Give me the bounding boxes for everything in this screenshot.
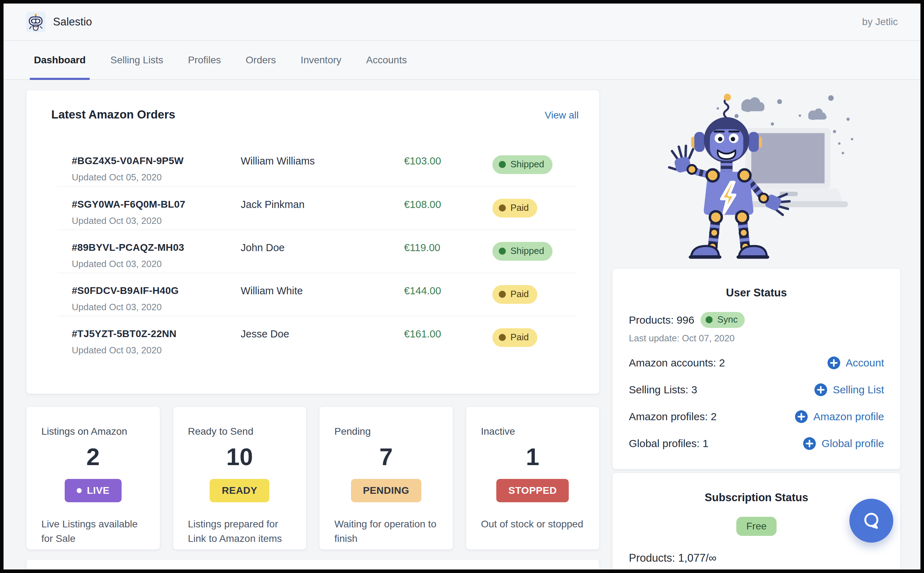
orders-table: #BGZ4X5-V0AFN-9P5W Updated Oct 05, 2020 … [58, 143, 576, 359]
stat-badge-label: READY [222, 485, 258, 496]
order-status-badge: Shipped [492, 242, 553, 261]
plus-circle-icon [794, 410, 808, 423]
order-id: #SGY0WA-F6Q0M-BL07 [72, 199, 241, 210]
orders-card-header: Latest Amazon Orders View all [43, 108, 583, 121]
order-id: #89BYVL-PCAQZ-MH03 [72, 242, 241, 253]
order-status-label: Paid [510, 202, 529, 213]
robot-logo-icon [26, 12, 45, 32]
order-status-label: Shipped [510, 246, 544, 257]
status-dot-icon [77, 488, 82, 493]
order-status-badge: Paid [492, 199, 537, 218]
stat-badge-ready: READY [210, 479, 269, 502]
order-amount: €161.00 [404, 328, 492, 340]
stat-label: Pending [334, 426, 438, 437]
latest-orders-card: Latest Amazon Orders View all #BGZ4X5-V0… [26, 90, 599, 394]
status-dot-icon [499, 247, 506, 255]
last-update: Last update: Oct 07, 2020 [629, 333, 884, 344]
amazon-accounts-count: Amazon accounts: 2 [629, 357, 725, 369]
user-status-card: User Status Products: 996 Sync Last upda… [612, 268, 901, 470]
order-amount: €144.00 [404, 285, 492, 297]
sync-badge-label: Sync [717, 314, 738, 325]
left-column: Latest Amazon Orders View all #BGZ4X5-V0… [26, 90, 599, 570]
status-dot-icon [499, 204, 506, 211]
tab-selling-lists[interactable]: Selling Lists [110, 41, 163, 79]
robot-illustration [612, 90, 901, 268]
order-id: #S0FDCV-B9AIF-H40G [72, 285, 241, 296]
main-content: Latest Amazon Orders View all #BGZ4X5-V0… [3, 80, 921, 570]
stat-card-ready: Ready to Send 10 READY Listings prepared… [173, 406, 307, 550]
order-amount: €103.00 [404, 155, 492, 167]
order-status-label: Paid [510, 289, 529, 300]
order-status: Paid [492, 199, 576, 218]
order-status: Shipped [492, 242, 576, 261]
stat-badge-pending: PENDING [351, 479, 421, 502]
order-row: #TJ5YZT-5BT0Z-22NN Updated Oct 03, 2020 … [58, 316, 576, 359]
status-dot-icon [499, 161, 506, 168]
order-id-block: #TJ5YZT-5BT0Z-22NN Updated Oct 03, 2020 [72, 328, 241, 356]
order-status: Paid [492, 328, 576, 347]
add-amazon-profile-label: Amazon profile [813, 411, 884, 423]
order-id-block: #89BYVL-PCAQZ-MH03 Updated Oct 03, 2020 [72, 242, 241, 269]
order-customer: Jesse Doe [241, 328, 404, 340]
tab-inventory[interactable]: Inventory [301, 41, 342, 79]
tab-profiles[interactable]: Profiles [188, 41, 221, 79]
stat-value: 10 [188, 443, 292, 470]
order-updated-date: Updated Oct 03, 2020 [72, 345, 241, 356]
add-amazon-profile-link[interactable]: Amazon profile [794, 410, 884, 423]
tab-dashboard[interactable]: Dashboard [34, 41, 86, 79]
add-global-profile-link[interactable]: Global profile [803, 437, 884, 450]
stat-description: Listings prepared for Link to Amazon ite… [188, 517, 292, 546]
order-updated-date: Updated Oct 03, 2020 [72, 302, 241, 313]
status-dot-icon [499, 334, 506, 341]
order-id-block: #S0FDCV-B9AIF-H40G Updated Oct 03, 2020 [72, 285, 241, 313]
add-selling-list-label: Selling List [833, 384, 884, 396]
status-dot-icon [499, 291, 506, 298]
subscription-sales: Sales: 0/∞ [629, 567, 884, 570]
stat-card-listings: Listings on Amazon 2 LIVE Live Listings … [26, 406, 160, 550]
chat-button[interactable] [849, 499, 893, 543]
order-updated-date: Updated Oct 05, 2020 [72, 172, 241, 183]
order-amount: €119.00 [404, 242, 492, 254]
stat-description: Out of stock or stopped [481, 517, 585, 532]
selling-lists-count: Selling Lists: 3 [629, 384, 697, 396]
add-selling-list-link[interactable]: Selling List [814, 383, 884, 396]
stat-badge-label: PENDING [363, 485, 409, 496]
products-count: Products: 996 [629, 314, 694, 326]
plus-circle-icon [803, 437, 816, 450]
order-status-label: Shipped [510, 159, 544, 170]
order-updated-date: Updated Oct 03, 2020 [72, 258, 241, 269]
tab-orders[interactable]: Orders [246, 41, 276, 79]
chat-bubble-icon [860, 509, 883, 532]
subscription-status-title: Subscription Status [629, 491, 884, 504]
order-status-badge: Paid [492, 328, 537, 347]
brand[interactable]: Salestio [26, 12, 92, 32]
status-row-selling-lists: Selling Lists: 3 Selling List [629, 382, 884, 398]
stat-description: Live Listings available for Sale [41, 517, 145, 546]
stats-row: Listings on Amazon 2 LIVE Live Listings … [26, 406, 599, 550]
order-row: #S0FDCV-B9AIF-H40G Updated Oct 03, 2020 … [58, 273, 576, 316]
order-id-block: #BGZ4X5-V0AFN-9P5W Updated Oct 05, 2020 [72, 155, 241, 183]
right-column: User Status Products: 996 Sync Last upda… [612, 90, 901, 570]
status-dot-icon [705, 316, 713, 323]
order-status-badge: Shipped [492, 155, 553, 174]
tab-accounts[interactable]: Accounts [366, 41, 407, 79]
user-status-title: User Status [629, 286, 884, 299]
stat-description: Waiting for operation to finish [334, 517, 438, 546]
order-amount: €108.00 [404, 199, 492, 210]
view-all-link[interactable]: View all [545, 110, 579, 121]
add-account-label: Account [846, 357, 884, 369]
order-updated-date: Updated Oct 03, 2020 [72, 215, 241, 226]
order-status: Paid [492, 285, 576, 304]
brand-name: Salestio [53, 16, 92, 28]
order-status: Shipped [492, 155, 576, 174]
stat-value: 7 [334, 443, 438, 470]
add-account-link[interactable]: Account [827, 356, 884, 369]
plus-circle-icon [827, 356, 841, 369]
stat-badge-label: LIVE [87, 485, 109, 496]
byline: by Jetlic [862, 16, 898, 28]
order-row: #SGY0WA-F6Q0M-BL07 Updated Oct 03, 2020 … [58, 186, 576, 230]
order-customer: William White [241, 285, 404, 297]
status-row-global-profiles: Global profiles: 1 Global profile [629, 436, 884, 451]
stat-label: Listings on Amazon [41, 426, 145, 437]
main-nav: Dashboard Selling Lists Profiles Orders … [3, 41, 921, 80]
